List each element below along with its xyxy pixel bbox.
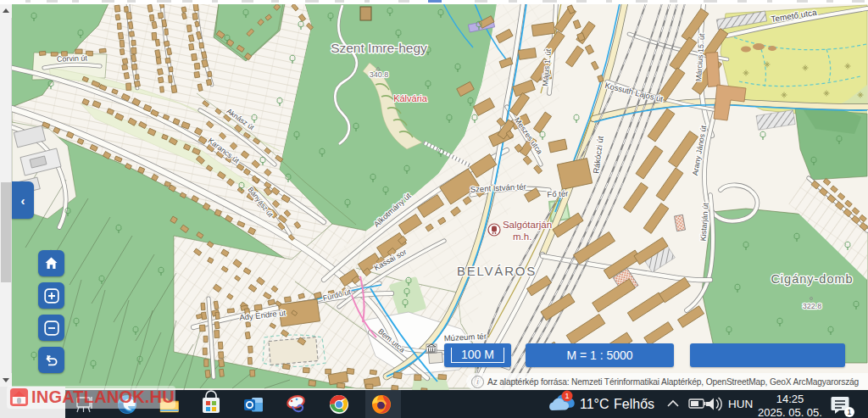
screen: Corvin útKarancs útAknász útBányász útAd… <box>0 0 868 418</box>
attribution-text: Az alaptérkép forrása: Nemzeti Térinform… <box>487 377 859 387</box>
cutoff-text-fragment <box>737 0 747 3</box>
paint3d-icon[interactable] <box>286 394 305 411</box>
tray-date[interactable]: 2025. 05. 05. <box>758 406 822 418</box>
info-icon: i <box>471 376 484 388</box>
home-button[interactable] <box>38 250 64 276</box>
map-label-corvin: Corvin út <box>57 53 88 63</box>
zoom-out-button[interactable] <box>38 315 64 341</box>
vertical-scrollbar[interactable] <box>0 4 12 387</box>
home-icon <box>44 256 58 270</box>
cutoff-text-fragment <box>102 0 114 3</box>
speaker-icon[interactable] <box>706 398 721 410</box>
map-label-cigany_domb: Cigány-domb <box>771 272 853 286</box>
map-label-elev_340: 340.8 <box>370 70 389 79</box>
microsoft-store-icon[interactable] <box>203 391 220 413</box>
battery-icon[interactable] <box>689 399 706 408</box>
cutoff-text-fragment <box>305 0 319 3</box>
back-button[interactable] <box>38 347 64 373</box>
cutoff-text-fragment <box>606 0 612 3</box>
map-label-elev_322: 322.8 <box>803 302 822 310</box>
map-label-belvaros: BELVÁROS <box>457 264 537 278</box>
notification-icon[interactable]: 1 <box>832 397 855 417</box>
cutoff-text-fragment <box>542 0 557 3</box>
map-label-fo_ter: Fő tér <box>547 188 568 198</box>
weather-temp[interactable]: 11°C <box>580 397 609 412</box>
scalebar-extra[interactable] <box>690 343 845 367</box>
watermark-text: INGATLANOK.HU <box>31 387 175 407</box>
scroll-down-icon <box>3 378 9 382</box>
cutoff-text-fragment <box>475 0 487 3</box>
cutoff-text-fragment <box>335 0 344 3</box>
cutoff-text-fragment <box>271 0 279 3</box>
top-cutoff-strip <box>0 0 868 4</box>
cutoff-text-fragment <box>398 0 409 3</box>
cutoff-text-fragment <box>364 0 370 3</box>
cutoff-text-fragment <box>25 0 31 3</box>
cutoff-text-fragment <box>704 0 717 3</box>
scalebar-ratio[interactable]: M = 1 : 5000 <box>526 343 674 367</box>
zoom-in-icon <box>44 288 59 304</box>
panel-collapse-tab[interactable]: ‹ <box>12 181 34 219</box>
zoom-out-icon <box>44 320 59 336</box>
ingatlanok-watermark: INGATLANOK.HU <box>7 386 175 409</box>
weather-icon[interactable]: 1 <box>549 391 575 411</box>
cutoff-text-fragment <box>157 0 171 3</box>
scroll-up-icon <box>3 8 9 13</box>
back-undo-icon <box>43 352 59 368</box>
notification-badge-count: 1 <box>847 408 851 416</box>
map-canvas[interactable]: Corvin útKarancs útAknász útBányász útAd… <box>0 0 868 391</box>
cutoff-text-fragment <box>182 0 192 3</box>
cutoff-text-fragment <box>509 0 517 3</box>
cutoff-text-fragment <box>212 0 218 3</box>
cutoff-text-fragment <box>826 0 833 3</box>
weather-condition[interactable]: Felhős <box>614 397 654 412</box>
scalebar-distance-label: 100 M <box>461 348 494 361</box>
tray-language[interactable]: HUN <box>728 398 753 410</box>
scrollbar-up-button[interactable] <box>0 4 12 18</box>
museum-icon <box>426 344 437 353</box>
cutoff-text-fragment <box>767 0 772 3</box>
watermark-house-icon <box>9 387 29 407</box>
cutoff-text-fragment <box>47 0 58 3</box>
scrollbar-down-button[interactable] <box>0 373 12 387</box>
windows-taskbar: 11 11°CFelhősHUN14:252025. 05. 05. <box>65 390 868 418</box>
tray-chevron-icon[interactable] <box>668 401 678 406</box>
map-label-salgotarjan: Salgótarján <box>503 220 552 230</box>
map-label-kalvaria: Kálvária <box>393 93 428 103</box>
cutoff-text-fragment <box>670 0 677 3</box>
weather-badge-count: 1 <box>565 392 569 400</box>
map-label-szent_imre: Szent Imre-hegy <box>331 41 427 55</box>
cutoff-text-fragment <box>797 0 808 3</box>
scrollbar-thumb[interactable] <box>1 182 11 282</box>
map-label-mh: m.h. <box>513 231 531 242</box>
railway-halt-icon <box>488 224 500 236</box>
tray-time[interactable]: 14:25 <box>776 393 804 405</box>
cutoff-text-fragment <box>852 0 865 3</box>
scalebar-ratio-label: M = 1 : 5000 <box>566 348 632 362</box>
outlook-icon[interactable] <box>244 398 263 412</box>
cutoff-text-fragment <box>576 0 587 3</box>
collapse-chevron-icon: ‹ <box>21 193 25 208</box>
cutoff-text-fragment <box>127 0 136 3</box>
cutoff-text-fragment <box>242 0 253 3</box>
cutoff-text-fragment <box>636 0 648 3</box>
cutoff-text-fragment <box>428 0 442 3</box>
zoom-in-button[interactable] <box>38 282 64 309</box>
firefox-icon[interactable] <box>372 395 391 414</box>
attribution-bar: i Az alaptérkép forrása: Nemzeti Térinfo… <box>466 373 868 390</box>
scalebar-distance[interactable]: 100 M <box>444 343 511 367</box>
chrome-icon[interactable] <box>330 395 348 414</box>
cutoff-text-fragment <box>72 0 79 3</box>
